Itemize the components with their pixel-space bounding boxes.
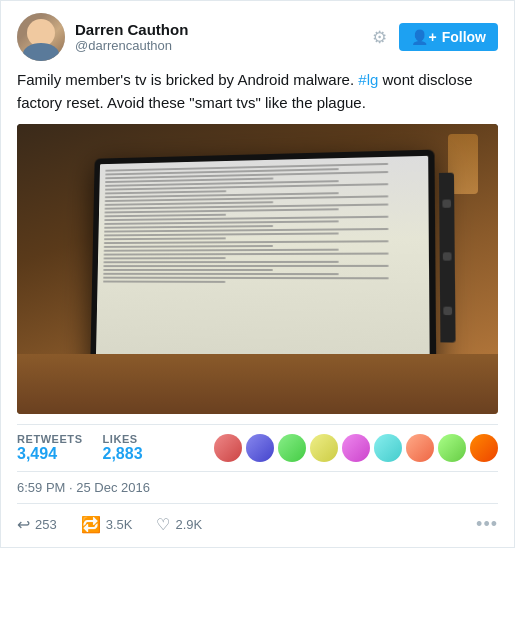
hashtag-lg[interactable]: #lg — [358, 71, 378, 88]
retweet-icon: 🔁 — [81, 515, 101, 534]
retweet-action[interactable]: 🔁 3.5K — [81, 515, 133, 534]
screen-name[interactable]: @darrencauthon — [75, 38, 188, 53]
liked-avatar-9[interactable] — [470, 434, 498, 462]
reply-icon: ↩ — [17, 515, 30, 534]
tweet-image[interactable] — [17, 124, 498, 414]
more-actions[interactable]: ••• — [476, 514, 498, 535]
timestamp-text: 6:59 PM · 25 Dec 2016 — [17, 480, 150, 495]
tweet-stats: RETWEETS 3,494 LIKES 2,883 — [17, 424, 498, 471]
tweet-actions: ↩ 253 🔁 3.5K ♡ 2.9K ••• — [17, 503, 498, 547]
liked-avatar-4[interactable] — [310, 434, 338, 462]
desk-surface — [17, 354, 498, 414]
liked-avatar-7[interactable] — [406, 434, 434, 462]
tv-screen — [96, 156, 430, 366]
liked-avatar-8[interactable] — [438, 434, 466, 462]
tv-button-2 — [444, 253, 453, 261]
follow-label: Follow — [442, 29, 486, 45]
retweet-action-count: 3.5K — [106, 517, 133, 532]
like-action[interactable]: ♡ 2.9K — [156, 515, 202, 534]
person-add-icon: 👤+ — [411, 29, 436, 45]
heart-icon: ♡ — [156, 515, 170, 534]
liked-avatar-5[interactable] — [342, 434, 370, 462]
tweet-text: Family member's tv is bricked by Android… — [17, 69, 498, 114]
liked-avatar-2[interactable] — [246, 434, 274, 462]
liked-avatar-3[interactable] — [278, 434, 306, 462]
header-actions: ⚙ 👤+ Follow — [372, 23, 498, 51]
likes-value[interactable]: 2,883 — [103, 445, 143, 463]
tv-button-1 — [443, 199, 452, 207]
user-names: Darren Cauthon @darrencauthon — [75, 21, 188, 53]
avatar — [17, 13, 65, 61]
tv-scene — [17, 124, 498, 414]
user-info: Darren Cauthon @darrencauthon — [17, 13, 188, 61]
like-action-count: 2.9K — [175, 517, 202, 532]
tweet-header: Darren Cauthon @darrencauthon ⚙ 👤+ Follo… — [17, 13, 498, 61]
gear-icon[interactable]: ⚙ — [372, 27, 387, 48]
liked-avatar-6[interactable] — [374, 434, 402, 462]
display-name[interactable]: Darren Cauthon — [75, 21, 188, 38]
retweets-value[interactable]: 3,494 — [17, 445, 83, 463]
follow-button[interactable]: 👤+ Follow — [399, 23, 498, 51]
tv-sidebar-buttons — [440, 173, 457, 342]
tweet-timestamp: 6:59 PM · 25 Dec 2016 — [17, 471, 498, 503]
likes-stat: LIKES 2,883 — [103, 433, 143, 463]
retweets-stat: RETWEETS 3,494 — [17, 433, 83, 463]
reply-action[interactable]: ↩ 253 — [17, 515, 57, 534]
tv-button-3 — [444, 306, 453, 314]
likes-label: LIKES — [103, 433, 143, 445]
liked-avatars — [214, 433, 498, 463]
tweet-card: Darren Cauthon @darrencauthon ⚙ 👤+ Follo… — [0, 0, 515, 548]
retweets-label: RETWEETS — [17, 433, 83, 445]
liked-avatar-1[interactable] — [214, 434, 242, 462]
reply-count: 253 — [35, 517, 57, 532]
screen-content — [96, 156, 430, 366]
